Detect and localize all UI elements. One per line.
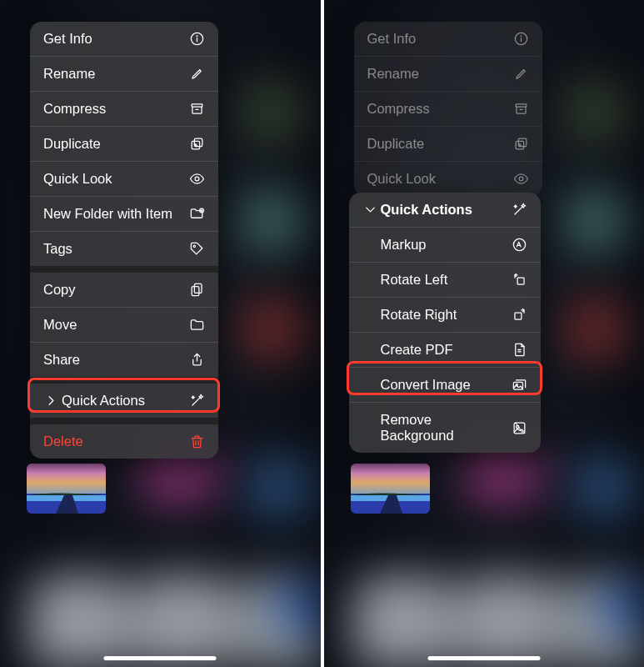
menu-item-rename[interactable]: Rename bbox=[354, 57, 542, 92]
menu-item-duplicate[interactable]: Duplicate bbox=[354, 127, 542, 162]
menu-separator bbox=[30, 418, 218, 424]
selected-file-thumbnail[interactable] bbox=[27, 464, 106, 514]
selected-file-thumbnail[interactable] bbox=[351, 464, 430, 514]
menu-item-quick-look[interactable]: Quick Look bbox=[354, 162, 542, 196]
menu-item-label: Rotate Left bbox=[381, 272, 505, 288]
menu-item-markup[interactable]: Markup bbox=[349, 228, 541, 263]
eye-icon bbox=[513, 171, 529, 187]
menu-separator bbox=[30, 266, 218, 273]
menu-item-rotate-right[interactable]: Rotate Right bbox=[349, 298, 541, 333]
menu-item-label: Get Info bbox=[367, 31, 507, 47]
tag-icon bbox=[189, 241, 205, 257]
menu-item-label: Move bbox=[43, 317, 182, 333]
menu-item-label: Compress bbox=[367, 101, 507, 117]
menu-item-label: New Folder with Item bbox=[43, 206, 182, 222]
eye-icon bbox=[189, 171, 205, 187]
chevron-right-icon bbox=[43, 393, 55, 409]
menu-item-create-pdf[interactable]: Create PDF bbox=[349, 333, 541, 368]
home-indicator[interactable] bbox=[104, 656, 217, 660]
menu-item-share[interactable]: Share bbox=[30, 343, 218, 377]
menu-item-label: Duplicate bbox=[43, 136, 182, 152]
left-screenshot: Get InfoRenameCompressDuplicateQuick Loo… bbox=[0, 0, 321, 667]
context-menu: Get InfoRenameCompressDuplicateQuick Loo… bbox=[30, 22, 218, 459]
remove-bg-icon bbox=[512, 420, 527, 436]
menu-item-label: Duplicate bbox=[367, 136, 507, 152]
menu-item-label: Copy bbox=[43, 282, 182, 298]
menu-item-compress[interactable]: Compress bbox=[30, 92, 218, 127]
menu-item-rename[interactable]: Rename bbox=[30, 57, 218, 92]
chevron-down-icon bbox=[362, 202, 374, 218]
home-indicator[interactable] bbox=[427, 656, 540, 660]
markup-icon bbox=[512, 237, 527, 253]
info-icon bbox=[513, 31, 529, 47]
menu-item-rotate-left[interactable]: Rotate Left bbox=[349, 263, 541, 298]
menu-item-label: Compress bbox=[43, 101, 182, 117]
rotate-left-icon bbox=[512, 272, 527, 288]
menu-item-label: Rename bbox=[43, 66, 182, 82]
menu-item-copy[interactable]: Copy bbox=[30, 273, 218, 308]
archivebox-icon bbox=[189, 101, 205, 117]
menu-item-new-folder-with-item[interactable]: New Folder with Item bbox=[30, 197, 218, 232]
menu-item-quick-look[interactable]: Quick Look bbox=[30, 162, 218, 197]
menu-item-label: Quick Look bbox=[367, 171, 507, 187]
menu-item-tags[interactable]: Tags bbox=[30, 232, 218, 266]
quick-actions-submenu: Quick ActionsMarkupRotate LeftRotate Rig… bbox=[349, 193, 541, 453]
menu-item-delete[interactable]: Delete bbox=[30, 424, 218, 459]
menu-item-label: Share bbox=[43, 352, 182, 368]
menu-item-label: Markup bbox=[381, 237, 505, 253]
pencil-icon bbox=[513, 66, 529, 82]
menu-item-label: Rotate Right bbox=[381, 307, 505, 323]
duplicate-icon bbox=[513, 136, 529, 152]
svg-rect-19 bbox=[351, 464, 430, 495]
menu-item-label: Rename bbox=[367, 66, 507, 82]
share-icon bbox=[189, 352, 205, 368]
menu-item-convert-image[interactable]: Convert Image bbox=[349, 368, 541, 403]
context-menu-dimmed: Get InfoRenameCompressDuplicateQuick Loo… bbox=[354, 22, 542, 196]
copy-icon bbox=[189, 282, 205, 298]
menu-item-quick-actions[interactable]: Quick Actions bbox=[349, 193, 541, 228]
photo-stack-icon bbox=[512, 377, 527, 393]
menu-item-label: Convert Image bbox=[381, 377, 505, 393]
rotate-right-icon bbox=[512, 307, 527, 323]
folder-badge-icon bbox=[189, 206, 205, 222]
info-icon bbox=[189, 31, 205, 47]
menu-item-label: Quick Actions bbox=[62, 393, 182, 409]
pdf-icon bbox=[512, 342, 527, 358]
menu-item-move[interactable]: Move bbox=[30, 308, 218, 343]
right-screenshot: Get InfoRenameCompressDuplicateQuick Loo… bbox=[324, 0, 645, 667]
menu-separator bbox=[30, 377, 218, 384]
menu-item-get-info[interactable]: Get Info bbox=[30, 22, 218, 57]
menu-item-label: Delete bbox=[43, 434, 182, 449]
archivebox-icon bbox=[513, 101, 529, 117]
wand-icon bbox=[512, 202, 527, 218]
menu-item-get-info[interactable]: Get Info bbox=[354, 22, 542, 57]
menu-item-quick-actions[interactable]: Quick Actions bbox=[30, 384, 218, 418]
menu-item-remove-background[interactable]: Remove Background bbox=[349, 403, 541, 453]
menu-item-label: Tags bbox=[43, 241, 182, 257]
menu-item-label: Remove Background bbox=[381, 412, 505, 444]
menu-item-label: Quick Look bbox=[43, 171, 182, 187]
menu-item-compress[interactable]: Compress bbox=[354, 92, 542, 127]
wand-icon bbox=[189, 393, 205, 409]
folder-icon bbox=[189, 317, 205, 333]
duplicate-icon bbox=[189, 136, 205, 152]
menu-item-label: Quick Actions bbox=[381, 202, 505, 218]
svg-rect-17 bbox=[27, 464, 106, 495]
menu-item-label: Create PDF bbox=[381, 342, 505, 358]
trash-icon bbox=[189, 434, 205, 449]
menu-item-duplicate[interactable]: Duplicate bbox=[30, 127, 218, 162]
menu-item-label: Get Info bbox=[43, 31, 182, 47]
pencil-icon bbox=[189, 66, 205, 82]
